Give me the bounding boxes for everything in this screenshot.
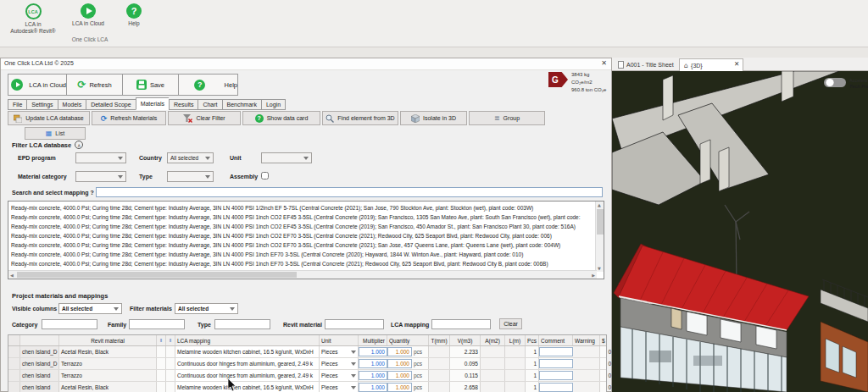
table-row[interactable]: chen Island Acetal Resin, Black Melamine… — [8, 382, 606, 392]
3d-view[interactable]: Accelera Tech Pre — [612, 71, 868, 392]
category-filter-input[interactable] — [42, 319, 97, 329]
scroll-right-icon[interactable]: ▶ — [592, 273, 595, 278]
visible-columns-label: Visible columns — [12, 306, 57, 312]
multiplier-input[interactable]: 1.000 — [359, 383, 387, 392]
unit-dropdown[interactable]: Pieces — [320, 382, 359, 392]
epd-program-select[interactable] — [75, 152, 126, 163]
quantity-input[interactable]: 1.000 — [387, 371, 412, 380]
ribbon-button-help[interactable]: ? Help — [117, 3, 151, 27]
col-quantity[interactable]: Quantity — [387, 335, 429, 345]
col-lca-mapping[interactable]: LCA mapping — [175, 335, 320, 345]
table-row[interactable]: chen Island Terrazzo Continuous door hin… — [8, 370, 606, 382]
col-unit[interactable]: Unit — [320, 335, 359, 345]
type-filter-input[interactable] — [214, 319, 270, 329]
col-warning[interactable]: Warning — [573, 335, 600, 345]
unit-select[interactable] — [261, 152, 312, 163]
col-t[interactable]: T(mm) — [429, 335, 450, 345]
scroll-up-icon[interactable]: ▲ — [598, 202, 601, 207]
list-item[interactable]: Ready-mix concrete, 4000.0 Psi; Curing t… — [11, 231, 594, 240]
list-item[interactable]: Ready-mix concrete, 4000.0 Psi; Curing t… — [11, 213, 594, 222]
magnifier-icon — [326, 114, 334, 123]
row-selector[interactable] — [8, 346, 20, 357]
tab-detailed-scope[interactable]: Detailed Scope — [86, 99, 135, 110]
tab-models[interactable]: Models — [58, 99, 86, 110]
save-button[interactable]: Save — [123, 75, 179, 95]
unit-dropdown[interactable]: Pieces — [320, 358, 359, 369]
refresh-button[interactable]: ⟳ Refresh — [67, 75, 123, 95]
col-l[interactable]: L(m) — [505, 335, 526, 345]
scroll-down-icon[interactable]: ▼ — [598, 266, 601, 271]
country-select[interactable]: All selected — [167, 152, 214, 163]
quantity-input[interactable]: 1.000 — [387, 359, 412, 368]
tab-settings[interactable]: Settings — [26, 99, 57, 110]
group-button[interactable]: ≣ Group — [469, 111, 545, 125]
row-selector[interactable] — [8, 358, 20, 369]
assembly-checkbox[interactable] — [261, 172, 269, 179]
refresh-materials-button[interactable]: ⟳ Refresh Materials — [92, 111, 166, 125]
col-comment[interactable]: Comment — [539, 335, 573, 345]
unit-dropdown[interactable]: Pieces — [320, 370, 359, 381]
find-element-from-3d-button[interactable]: Find element from 3D — [322, 111, 398, 125]
help-button[interactable]: ? Help — [179, 75, 237, 95]
list-item[interactable]: Ready-mix concrete, 4000.0 Psi; Curing t… — [11, 222, 594, 231]
comment-input[interactable] — [539, 383, 573, 392]
wing-glass — [826, 339, 839, 373]
vertical-scrollbar[interactable]: ▲ ▼ — [595, 202, 604, 272]
col-v[interactable]: V(m3) — [450, 335, 481, 345]
row-selector[interactable] — [8, 382, 20, 392]
table-row[interactable]: chen Island_D Acetal Resin, Black Melami… — [8, 346, 606, 358]
scroll-left-icon[interactable]: ◀ — [10, 273, 14, 278]
clear-button[interactable]: Clear — [499, 318, 522, 329]
toggle-knob[interactable] — [826, 79, 833, 86]
comment-input[interactable] — [539, 371, 573, 380]
revit-material-filter-input[interactable] — [325, 319, 384, 329]
col-a[interactable]: A(m2) — [481, 335, 505, 345]
search-mapping-input[interactable] — [96, 187, 603, 197]
multiplier-input[interactable]: 1.000 — [359, 371, 387, 380]
close-icon[interactable]: ✕ — [601, 59, 607, 67]
ribbon-button-lca-in-revit[interactable]: LCA LCA in Autodesk® Revit® — [7, 3, 59, 35]
list-item[interactable]: Ready-mix concrete, 4000.0 Psi; Curing t… — [11, 240, 594, 250]
family-filter-input[interactable] — [129, 319, 185, 329]
tab-login[interactable]: Login — [261, 99, 286, 110]
list-item[interactable]: Ready-mix concrete, 4000.0 Psi; Curing t… — [11, 203, 594, 213]
quantity-input[interactable]: 1.000 — [387, 347, 412, 356]
update-lca-database-button[interactable]: Update LCA database — [8, 111, 90, 125]
type-select[interactable] — [167, 171, 214, 182]
lca-mapping-filter-input[interactable] — [431, 319, 491, 329]
tab-file[interactable]: File — [8, 99, 26, 110]
view-tab-title-sheet[interactable]: A001 - Title Sheet — [614, 58, 678, 71]
show-data-card-button[interactable]: ? Show data card — [242, 111, 320, 125]
table-row[interactable]: chen Island_D Terrazzo Continuous door h… — [8, 358, 606, 370]
col-pcs[interactable]: Pcs — [526, 335, 539, 345]
comment-input[interactable] — [539, 359, 573, 368]
play-icon — [81, 3, 96, 19]
lca-in-cloud-button[interactable]: LCA in Cloud — [8, 75, 67, 95]
tab-results[interactable]: Results — [169, 99, 198, 110]
collapse-icon[interactable]: ∧ — [75, 141, 83, 149]
mapping-list[interactable]: Ready-mix concrete, 4000.0 Psi; Curing t… — [8, 201, 604, 279]
isolate-in-3d-button[interactable]: Isolate in 3D — [400, 111, 467, 125]
close-view-icon[interactable]: ✕ — [734, 60, 739, 68]
multiplier-input[interactable]: 1.000 — [359, 347, 387, 356]
material-category-select[interactable] — [75, 171, 126, 182]
row-selector[interactable] — [8, 370, 20, 381]
list-view-button[interactable]: ▦ List — [25, 127, 86, 140]
visible-columns-select[interactable]: All selected — [58, 303, 122, 314]
quantity-input[interactable]: 1.000 — [387, 383, 412, 392]
tab-chart[interactable]: Chart — [198, 99, 221, 110]
list-item[interactable]: Ready-mix concrete, 4000.0 Psi; Curing t… — [11, 250, 594, 259]
filter-section-title: Filter LCA database — [12, 141, 71, 149]
filter-materials-select[interactable]: All selected — [175, 303, 238, 314]
col-multiplier[interactable]: Multiplier — [359, 335, 387, 345]
col-revit-material[interactable]: Revit material — [59, 335, 157, 345]
unit-dropdown[interactable]: Pieces — [320, 346, 359, 357]
tab-materials[interactable]: Materials — [136, 97, 169, 110]
list-item[interactable]: Ready-mix concrete, 4000.0 Psi; Curing t… — [11, 259, 594, 268]
comment-input[interactable] — [539, 347, 573, 356]
horizontal-scrollbar[interactable]: ◀ ▶ — [8, 270, 597, 279]
ribbon-button-lca-in-cloud[interactable]: LCA in Cloud — [61, 3, 115, 27]
clear-filter-button[interactable]: Clear Filter — [168, 111, 241, 125]
multiplier-input[interactable]: 1.000 — [359, 359, 387, 368]
tab-benchmark[interactable]: Benchmark — [222, 99, 261, 110]
